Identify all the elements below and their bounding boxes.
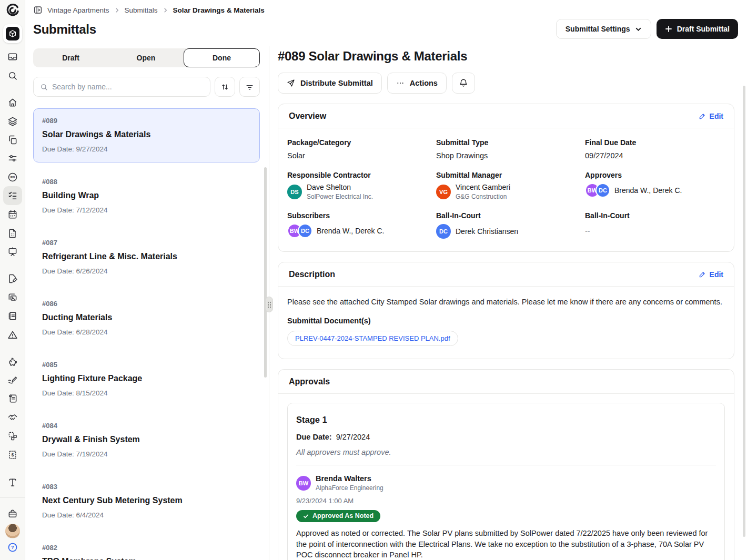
invoice-icon[interactable]: $	[7, 450, 18, 460]
notebook-icon[interactable]	[7, 311, 18, 321]
controls-sliders-icon[interactable]	[7, 153, 18, 164]
submittal-settings-button[interactable]: Submittal Settings	[556, 19, 651, 39]
person-name: Vincent Gamberi	[456, 183, 510, 191]
svg-text:RFI: RFI	[11, 176, 15, 179]
field-ball-in-court: Ball-In-Court DC Derek Christiansen	[436, 211, 585, 239]
list-item-084[interactable]: #084 Drywall & Finish System Due Date: 7…	[33, 413, 260, 467]
breadcrumb-section[interactable]: Submittals	[125, 6, 158, 14]
submittal-detail-panel: #089 Solar Drawings & Materials Distribu…	[278, 46, 734, 560]
active-module-button[interactable]	[3, 24, 22, 43]
submittal-list-panel: Draft Open Done #089 Solar Drawings & Ma…	[33, 48, 260, 560]
description-heading: Description	[289, 270, 335, 279]
home-icon[interactable]	[7, 97, 18, 108]
signpost-icon[interactable]	[7, 477, 18, 487]
overview-card: Overview Edit Package/Category Solar Sub…	[278, 104, 734, 252]
approver-names: Brenda W., Derek C.	[614, 186, 682, 195]
file-edit-icon[interactable]	[7, 273, 18, 284]
toolbox-icon[interactable]	[7, 508, 18, 519]
description-card: Description Edit Please see the attached…	[278, 262, 734, 359]
contract-scroll-icon[interactable]	[7, 393, 18, 404]
submittal-title: Lighting Fixture Package	[42, 374, 251, 383]
search-icon	[40, 83, 48, 91]
list-item-087[interactable]: #087 Refrigerant Line & Misc. Materials …	[33, 230, 260, 284]
actions-button[interactable]: Actions	[387, 73, 447, 94]
distribute-submittal-button[interactable]: Distribute Submittal	[278, 73, 382, 94]
subscriber-names: Brenda W., Derek C.	[317, 227, 384, 235]
search-icon[interactable]	[7, 70, 18, 81]
field-value: Solar	[287, 151, 436, 160]
avatar-vg: VG	[436, 185, 451, 199]
submittals-checklist-icon[interactable]	[3, 186, 22, 205]
help-icon[interactable]: ?	[7, 542, 18, 553]
sort-button[interactable]	[215, 77, 235, 97]
submittal-number: #089	[42, 117, 251, 125]
description-edit-button[interactable]: Edit	[699, 270, 723, 279]
search-input[interactable]	[52, 83, 204, 91]
stage-due-label: Due Date:	[296, 433, 332, 441]
handshake-icon[interactable]	[7, 412, 18, 423]
rfi-icon[interactable]: RFI	[7, 172, 18, 182]
submittal-number: #083	[42, 483, 251, 491]
content-area: Vintage Apartments Submittals Solar Draw…	[26, 0, 747, 560]
person-company: SolPower Electrical Inc.	[307, 193, 373, 200]
approval-status-badge: Approved As Noted	[296, 510, 380, 522]
tab-draft[interactable]: Draft	[33, 48, 108, 67]
photos-icon[interactable]	[7, 292, 18, 303]
field-value: 09/27/2024	[585, 151, 734, 160]
breadcrumb-project[interactable]: Vintage Apartments	[47, 6, 109, 14]
pen-icon	[699, 271, 706, 278]
panel-toggle-icon[interactable]	[33, 5, 43, 15]
search-field[interactable]	[33, 77, 210, 97]
submittal-number: #082	[42, 544, 251, 552]
main-scrollbar[interactable]	[743, 86, 745, 537]
field-submittal-manager: Submittal Manager VG Vincent Gamberi G&G…	[436, 171, 585, 200]
overview-heading: Overview	[289, 111, 326, 121]
field-label: Submittal Type	[436, 138, 585, 147]
submittal-number: #086	[42, 300, 251, 308]
warning-icon[interactable]	[7, 330, 18, 340]
field-label: Ball-In-Court	[585, 211, 734, 220]
draft-submittal-button[interactable]: Draft Submittal	[657, 19, 738, 39]
submittal-document-link[interactable]: PLREV-0447-2024-STAMPED REVISED PLAN.pdf	[287, 331, 458, 346]
submittal-title: Drywall & Finish System	[42, 435, 251, 444]
file-icon[interactable]	[7, 228, 18, 239]
field-subscribers: Subscribers BW DC Brenda W., Derek C.	[287, 211, 436, 239]
person-name: Dave Shelton	[307, 183, 373, 191]
inbox-icon[interactable]	[7, 52, 18, 62]
list-scrollbar[interactable]	[264, 167, 267, 378]
field-final-due-date: Final Due Date 09/27/2024	[585, 138, 734, 160]
list-item-089[interactable]: #089 Solar Drawings & Materials Due Date…	[33, 108, 260, 162]
list-item-085[interactable]: #085 Lighting Fixture Package Due Date: …	[33, 352, 260, 406]
documents-copy-icon[interactable]	[7, 135, 18, 145]
approval-entry: BW Brenda Walters AlphaForce Engineering…	[296, 474, 716, 560]
detail-title: #089 Solar Drawings & Materials	[278, 49, 734, 64]
tab-done[interactable]: Done	[184, 48, 260, 67]
calendar-icon[interactable]	[7, 209, 18, 220]
approval-comment: Approved as noted or corrected. The Sola…	[296, 528, 716, 560]
user-avatar[interactable]	[5, 524, 20, 538]
chevron-right-icon	[114, 7, 120, 13]
modules-icon[interactable]	[7, 431, 18, 441]
field-label: Subscribers	[287, 211, 436, 220]
send-icon	[287, 79, 295, 87]
layers-icon[interactable]	[7, 116, 18, 127]
presentation-board-icon[interactable]	[7, 247, 18, 257]
ball-in-court-name: Derek Christiansen	[456, 227, 518, 236]
field-package-category: Package/Category Solar	[287, 138, 436, 160]
filter-button[interactable]	[239, 77, 260, 97]
list-item-083[interactable]: #083 Next Century Sub Metering System Du…	[33, 474, 260, 528]
list-item-088[interactable]: #088 Building Wrap Due Date: 7/12/2024	[33, 169, 260, 223]
ball-in-court-empty: --	[585, 227, 734, 235]
list-item-086[interactable]: #086 Ducting Materials Due Date: 6/28/20…	[33, 291, 260, 345]
signature-hand-icon[interactable]	[7, 375, 18, 385]
panel-resize-handle[interactable]	[265, 297, 273, 312]
notifications-bell-button[interactable]	[452, 73, 475, 94]
submittal-due: Due Date: 7/19/2024	[42, 450, 251, 458]
overview-edit-button[interactable]: Edit	[699, 112, 723, 120]
cube-icon	[6, 27, 19, 40]
description-text: Please see the attached City Stamped Sol…	[287, 297, 725, 308]
list-item-082[interactable]: #082 TPO Membrane System Due Date: 6/4/2…	[33, 535, 260, 560]
submittal-settings-label: Submittal Settings	[566, 25, 630, 33]
piggy-bank-icon[interactable]	[7, 357, 18, 367]
tab-open[interactable]: Open	[108, 48, 184, 67]
